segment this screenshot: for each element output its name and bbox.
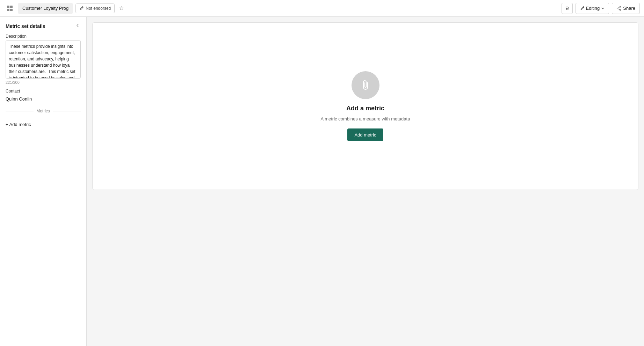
share-label: Share	[623, 6, 635, 11]
sidebar-add-metric-label: + Add metric	[6, 122, 31, 127]
sidebar-header: Metric set details	[6, 22, 81, 30]
description-section: Description 221/300	[6, 34, 81, 84]
editing-label: Editing	[586, 6, 600, 11]
metrics-divider: Metrics	[6, 109, 81, 113]
svg-rect-0	[7, 6, 9, 8]
svg-rect-2	[7, 9, 9, 11]
description-label: Description	[6, 34, 81, 39]
char-count: 221/300	[6, 80, 81, 84]
contact-label: Contact	[6, 89, 81, 94]
add-metric-title: Add a metric	[346, 105, 384, 112]
add-metric-button-label: Add metric	[354, 132, 376, 138]
grid-icon	[7, 5, 13, 12]
collapse-icon	[75, 23, 80, 28]
not-endorsed-label: Not endorsed	[86, 6, 111, 11]
sidebar: Metric set details Description 221/300 C…	[0, 17, 87, 346]
editing-button[interactable]: Editing	[576, 3, 609, 14]
sidebar-add-metric-button[interactable]: + Add metric	[6, 120, 81, 128]
metric-icon-circle	[352, 71, 379, 99]
top-bar-right: Editing Share	[562, 3, 640, 14]
trash-icon	[565, 6, 570, 11]
share-icon	[616, 6, 621, 11]
collapse-sidebar-button[interactable]	[74, 22, 81, 30]
star-icon: ☆	[119, 5, 124, 11]
paperclip-icon	[359, 79, 372, 91]
breadcrumb-label: Customer Loyalty Prog	[22, 6, 68, 11]
description-textarea[interactable]	[6, 40, 81, 79]
pencil-icon	[79, 6, 84, 10]
metric-card: Add a metric A metric combines a measure…	[92, 22, 638, 190]
main-layout: Metric set details Description 221/300 C…	[0, 17, 644, 346]
not-endorsed-button[interactable]: Not endorsed	[75, 3, 115, 13]
breadcrumb-tab[interactable]: Customer Loyalty Prog	[18, 3, 73, 14]
top-bar-left: Customer Loyalty Prog Not endorsed ☆	[4, 3, 559, 14]
contact-section: Contact Quinn Conlin	[6, 89, 81, 102]
svg-rect-1	[10, 6, 13, 8]
content-area: Add a metric A metric combines a measure…	[87, 17, 644, 346]
add-metric-subtitle: A metric combines a measure with metadat…	[321, 116, 410, 122]
contact-name: Quinn Conlin	[6, 96, 81, 102]
star-button[interactable]: ☆	[117, 3, 125, 13]
add-metric-button[interactable]: Add metric	[347, 128, 383, 141]
svg-point-4	[620, 6, 621, 7]
metrics-section-label: Metrics	[36, 109, 50, 113]
delete-button[interactable]	[562, 3, 573, 14]
chevron-down-icon	[601, 7, 605, 10]
grid-icon-button[interactable]	[4, 3, 15, 14]
edit-icon	[580, 6, 585, 10]
top-bar: Customer Loyalty Prog Not endorsed ☆	[0, 0, 644, 17]
svg-point-6	[617, 8, 618, 9]
svg-point-5	[620, 9, 621, 10]
share-button[interactable]: Share	[612, 3, 640, 14]
sidebar-title: Metric set details	[6, 23, 45, 29]
svg-rect-3	[10, 9, 13, 11]
